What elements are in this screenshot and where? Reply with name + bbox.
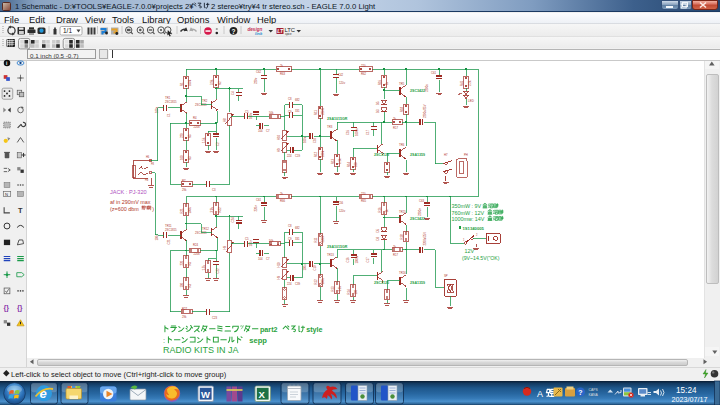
svg-text:C21: C21 [167, 239, 171, 245]
svg-text:{}: {} [4, 304, 10, 312]
svg-text:H6: H6 [146, 155, 150, 159]
svg-text:R14: R14 [347, 289, 351, 295]
svg-text:C56: C56 [338, 201, 344, 205]
svg-text:2200u/25V: 2200u/25V [423, 104, 427, 118]
svg-text:X: X [259, 389, 266, 400]
svg-text:R11: R11 [314, 110, 318, 115]
svg-text:C16: C16 [346, 129, 350, 135]
svg-text:2SA1015GR: 2SA1015GR [327, 117, 348, 121]
svg-text:af in 290mV max: af in 290mV max [110, 199, 151, 205]
svg-text:style: style [306, 325, 322, 334]
svg-text:C10: C10 [313, 137, 317, 143]
svg-text:220: 220 [361, 64, 366, 68]
svg-text:2: 2 [476, 233, 478, 237]
svg-text:sepp: sepp [249, 336, 267, 345]
svg-text:D3: D3 [376, 236, 380, 240]
svg-text:224: 224 [287, 154, 292, 158]
svg-text:R13: R13 [331, 158, 335, 164]
svg-text:100v: 100v [249, 240, 253, 247]
svg-text:100: 100 [354, 289, 358, 294]
svg-text:C7: C7 [266, 257, 270, 261]
svg-text:100k: 100k [321, 278, 325, 285]
svg-text:C8: C8 [288, 97, 292, 101]
svg-text:spice: spice [285, 32, 292, 36]
svg-text:1.5k: 1.5k [202, 137, 206, 143]
svg-text:100k: 100k [188, 79, 192, 86]
svg-text:2200u/25V: 2200u/25V [423, 232, 427, 246]
svg-text:100k: 100k [321, 150, 325, 157]
svg-text:TR2: TR2 [202, 99, 208, 103]
svg-text:1: 1 [463, 238, 465, 242]
svg-text:682: 682 [295, 98, 300, 102]
svg-text:H10: H10 [277, 134, 281, 140]
svg-text:220k: 220k [194, 252, 201, 256]
svg-text:220R: 220R [321, 236, 325, 243]
svg-text:R21: R21 [180, 208, 184, 214]
svg-text:C39: C39 [295, 282, 301, 286]
svg-text:CAPS: CAPS [589, 388, 599, 392]
svg-text:N: N [5, 192, 8, 197]
svg-text:?: ? [578, 389, 582, 396]
svg-text:C4: C4 [231, 91, 235, 95]
svg-text:): ) [152, 206, 154, 212]
svg-text:C17: C17 [366, 257, 370, 263]
svg-text:A: A [537, 389, 543, 399]
svg-text:2 stereo¥try¥4 tr stereo.sch: 2 stereo¥try¥4 tr stereo.sch - EAGLE 7.0… [211, 2, 376, 11]
svg-text:PH: PH [464, 153, 468, 157]
svg-text:R13: R13 [331, 286, 335, 292]
svg-text:TR3: TR3 [327, 125, 333, 129]
svg-text:2SC3422: 2SC3422 [410, 217, 425, 221]
svg-text:104: 104 [258, 129, 263, 133]
svg-text:1.1k: 1.1k [338, 158, 342, 164]
svg-text:R11: R11 [314, 237, 318, 242]
svg-text:C9: C9 [288, 237, 292, 241]
svg-text:TR12: TR12 [202, 227, 209, 231]
svg-text:C5: C5 [245, 237, 249, 241]
svg-text:682: 682 [295, 226, 300, 230]
svg-text:C24: C24 [231, 217, 235, 223]
svg-text:120v: 120v [339, 209, 346, 213]
svg-text:RADIO KITS IN JA: RADIO KITS IN JA [163, 345, 239, 355]
svg-text:F8: F8 [151, 162, 155, 166]
svg-text:H10: H10 [277, 262, 281, 268]
svg-text:C3: C3 [212, 188, 216, 192]
svg-text:2k: 2k [280, 192, 284, 196]
svg-text:TR6: TR6 [399, 143, 405, 147]
svg-text:100u: 100u [155, 106, 159, 113]
svg-text:C61: C61 [431, 71, 437, 75]
svg-text:C5: C5 [245, 110, 249, 114]
svg-text:C2: C2 [216, 142, 220, 146]
svg-text:220v: 220v [254, 77, 258, 84]
svg-text:R63: R63 [280, 72, 286, 76]
svg-text:C17: C17 [366, 129, 370, 135]
svg-text:2SC1815: 2SC1815 [165, 228, 177, 232]
svg-text:SP: SP [444, 274, 448, 278]
svg-text:2SC1815: 2SC1815 [165, 100, 177, 104]
svg-text:100k: 100k [188, 207, 192, 214]
svg-text:?: ? [232, 28, 236, 35]
svg-text:29k: 29k [182, 188, 187, 192]
svg-text:D3: D3 [376, 109, 380, 113]
svg-text:331: 331 [295, 109, 300, 113]
svg-text:H7: H7 [444, 153, 448, 157]
svg-text:R2: R2 [218, 81, 222, 85]
svg-text:TR5: TR5 [399, 82, 405, 86]
svg-text:15:24: 15:24 [676, 386, 697, 395]
svg-text:LT: LT [277, 28, 284, 34]
svg-text:12V: 12V [465, 248, 475, 254]
svg-text:2.2k: 2.2k [468, 80, 472, 86]
svg-text:C10: C10 [313, 265, 317, 271]
svg-text:R41: R41 [460, 80, 464, 86]
svg-text:R27: R27 [182, 307, 188, 311]
svg-text:331: 331 [295, 237, 300, 241]
svg-text:C19: C19 [295, 154, 301, 158]
svg-text:R65: R65 [361, 199, 367, 203]
svg-text:part2: part2 [260, 325, 278, 334]
svg-text:2SA1359: 2SA1359 [410, 153, 425, 157]
svg-text:1k: 1k [385, 209, 389, 213]
svg-text:1000u: 1000u [355, 255, 359, 263]
svg-text:TR13: TR13 [327, 253, 334, 257]
svg-text:220k: 220k [194, 125, 201, 129]
svg-text:100u: 100u [303, 136, 307, 143]
svg-text:W: W [201, 389, 210, 400]
